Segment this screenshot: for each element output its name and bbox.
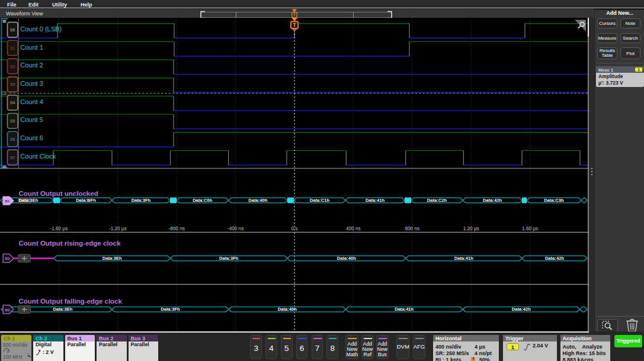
svg-text:Count 4: Count 4 [20, 98, 43, 105]
svg-text:Data:3Eh: Data:3Eh [102, 256, 122, 261]
svg-text:Count 0 (LSB): Count 0 (LSB) [20, 25, 62, 33]
svg-text:-800 ns: -800 ns [169, 226, 185, 231]
svg-text:Count Output rising-edge clock: Count Output rising-edge clock [19, 240, 121, 247]
svg-text:-1.20 μs: -1.20 μs [109, 226, 127, 231]
svg-text:Data:42h: Data:42h [483, 198, 502, 203]
svg-text:1.60 μs: 1.60 μs [522, 226, 538, 231]
svg-text:B3: B3 [5, 308, 10, 312]
svg-text:T: T [293, 13, 296, 17]
svg-text:Count 2: Count 2 [20, 62, 43, 69]
svg-text:Data:3Eh: Data:3Eh [53, 307, 73, 312]
svg-text:D2: D2 [10, 65, 15, 69]
svg-text:Count 1: Count 1 [20, 44, 43, 51]
svg-text:Count 6: Count 6 [20, 134, 43, 141]
svg-text:Data:3Eh: Data:3Eh [19, 198, 39, 203]
svg-text:B2: B2 [5, 256, 10, 260]
svg-text:D6: D6 [10, 137, 15, 141]
svg-text:Count Output falling-edge cloc: Count Output falling-edge clock [19, 298, 123, 305]
svg-text:0 s: 0 s [291, 226, 298, 231]
svg-text:Data:41h: Data:41h [395, 307, 414, 312]
svg-text:D1: D1 [10, 46, 15, 50]
svg-text:D7: D7 [10, 156, 15, 160]
svg-text:Data:40h: Data:40h [278, 307, 297, 312]
svg-text:Count 5: Count 5 [20, 116, 43, 123]
svg-text:T: T [293, 21, 296, 28]
svg-text:Count Clock: Count Clock [20, 153, 56, 160]
svg-text:1.20 μs: 1.20 μs [463, 226, 479, 231]
svg-text:Data:3Fh: Data:3Fh [161, 307, 180, 312]
svg-text:Data:3Fh: Data:3Fh [132, 198, 151, 203]
svg-text:D3: D3 [10, 82, 15, 86]
svg-text:-1.60 μs: -1.60 μs [50, 226, 68, 231]
svg-text:Data:C3h: Data:C3h [544, 198, 564, 203]
svg-text:Data:C2h: Data:C2h [427, 198, 447, 203]
svg-text:Data:40h: Data:40h [337, 256, 356, 261]
svg-text:Data:42h: Data:42h [545, 256, 564, 261]
svg-text:Data:BFh: Data:BFh [76, 198, 96, 203]
svg-text:D4: D4 [10, 101, 15, 105]
svg-text:Data:41h: Data:41h [366, 198, 385, 203]
svg-text:D0: D0 [10, 28, 15, 32]
svg-text:Count 3: Count 3 [20, 80, 43, 87]
svg-text:B1: B1 [5, 199, 10, 203]
svg-text:Data:42h: Data:42h [512, 307, 531, 312]
svg-text:Data:41h: Data:41h [454, 256, 473, 261]
svg-text:D5: D5 [10, 119, 15, 123]
svg-text:800 ns: 800 ns [405, 226, 420, 231]
svg-text:400 ns: 400 ns [346, 226, 361, 231]
svg-text:Count Output unclocked: Count Output unclocked [19, 190, 98, 197]
svg-text:Data:C1h: Data:C1h [310, 198, 330, 203]
svg-text:Data:40h: Data:40h [248, 198, 267, 203]
svg-text:C2: C2 [1, 91, 7, 95]
svg-text:Data:3Fh: Data:3Fh [219, 256, 239, 261]
svg-text:-400 ns: -400 ns [228, 226, 243, 231]
svg-text:Data:C0h: Data:C0h [193, 198, 213, 203]
